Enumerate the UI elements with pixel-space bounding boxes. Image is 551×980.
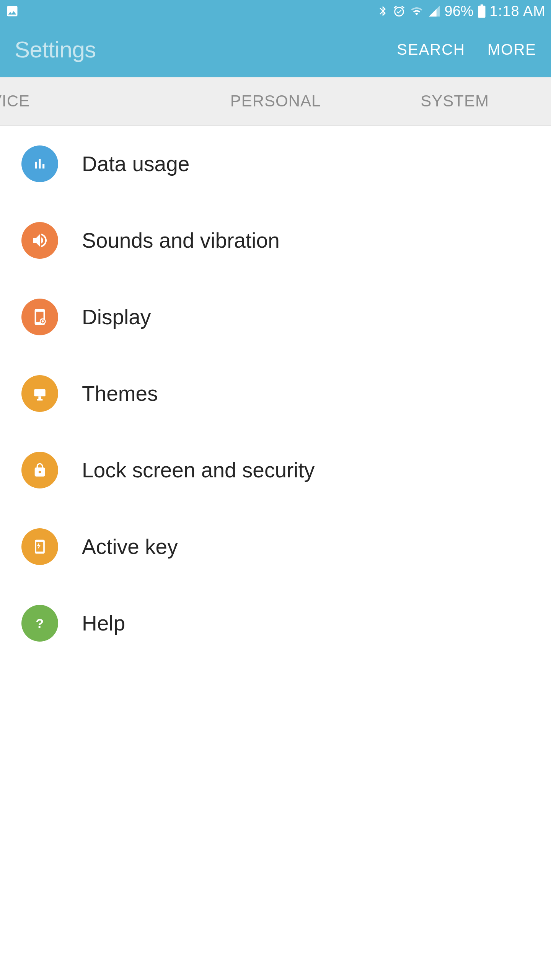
status-right: 96% 1:18 AM [377, 3, 546, 20]
tab-system[interactable]: SYSTEM [421, 92, 489, 110]
themes-icon [21, 375, 58, 412]
svg-rect-1 [34, 389, 45, 396]
tab-device[interactable]: VICE [0, 92, 30, 110]
help-icon: ? [21, 605, 58, 642]
list-item-label: Sounds and vibration [82, 228, 280, 253]
battery-percent: 96% [445, 3, 474, 20]
list-item-display[interactable]: Display [0, 279, 551, 355]
display-icon [21, 299, 58, 335]
battery-icon [478, 4, 486, 18]
alarm-icon [393, 5, 406, 18]
tab-personal[interactable]: PERSONAL [230, 92, 321, 110]
wifi-icon [409, 5, 424, 17]
list-item-label: Lock screen and security [82, 458, 315, 482]
list-item-lock-screen-and-security[interactable]: Lock screen and security [0, 432, 551, 508]
page-title: Settings [15, 36, 96, 63]
list-item-active-key[interactable]: Active key [0, 508, 551, 585]
lock-icon [21, 452, 58, 488]
active-key-icon [21, 528, 58, 565]
picture-icon [5, 4, 19, 18]
data-usage-icon [21, 145, 58, 182]
status-left [5, 4, 19, 18]
more-button[interactable]: MORE [487, 41, 536, 58]
list-item-data-usage[interactable]: Data usage [0, 126, 551, 202]
list-item-help[interactable]: ? Help [0, 585, 551, 662]
list-item-label: Themes [82, 381, 158, 406]
list-item-themes[interactable]: Themes [0, 355, 551, 432]
action-button-group: SEARCH MORE [397, 41, 536, 58]
signal-icon [428, 5, 441, 18]
bluetooth-icon [377, 5, 389, 18]
list-item-label: Help [82, 611, 125, 635]
search-button[interactable]: SEARCH [397, 41, 465, 58]
tabs-bar[interactable]: VICE PERSONAL SYSTEM [0, 77, 551, 126]
status-time: 1:18 AM [490, 3, 546, 20]
status-bar: 96% 1:18 AM [0, 0, 551, 22]
sound-icon [21, 222, 58, 259]
list-item-label: Display [82, 305, 151, 329]
svg-text:?: ? [36, 616, 44, 630]
list-item-sounds-and-vibration[interactable]: Sounds and vibration [0, 202, 551, 279]
list-item-label: Active key [82, 534, 178, 559]
list-item-label: Data usage [82, 152, 189, 176]
action-bar: Settings SEARCH MORE [0, 22, 551, 77]
svg-rect-3 [37, 399, 43, 401]
settings-list: Data usage Sounds and vibration Display … [0, 126, 551, 662]
